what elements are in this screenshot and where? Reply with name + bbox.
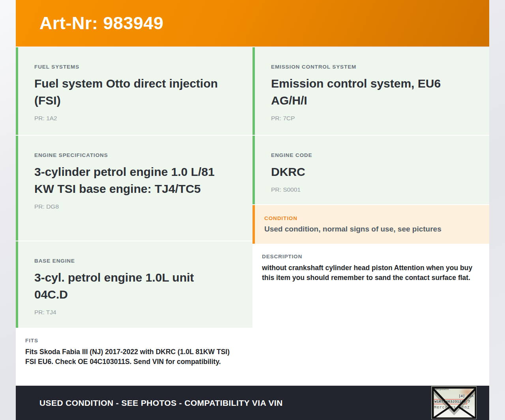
card-fits: FITS Fits Skoda Fabia III (NJ) 2017-2022… — [16, 329, 252, 386]
pr-code: PR: S0001 — [271, 186, 473, 193]
left-column: FUEL SYSTEMS Fuel system Otto direct inj… — [16, 47, 252, 386]
pr-code: PR: 1A2 — [34, 115, 237, 122]
card-label: FUEL SYSTEMS — [34, 64, 237, 70]
card-label: ENGINE CODE — [271, 152, 473, 158]
pr-code: PR: TJ4 — [34, 309, 237, 316]
envelope-icon — [432, 386, 477, 419]
header-banner: Art-Nr: 983949 — [16, 0, 489, 47]
vin-document-image: Fahrgestellnr. |4| AiA W1K71463J31298 7 … — [431, 386, 477, 419]
card-label: BASE ENGINE — [34, 258, 237, 264]
pr-code: PR: 7CP — [271, 115, 473, 122]
fits-text: Fits Skoda Fabia III (NJ) 2017-2022 with… — [25, 347, 237, 366]
pr-code: PR: DG8 — [34, 203, 237, 210]
card-label: ENGINE SPECIFICATIONS — [34, 152, 237, 158]
description-text: without crankshaft cylinder head piston … — [262, 263, 473, 282]
footer-banner: USED CONDITION - SEE PHOTOS - COMPATIBIL… — [16, 386, 489, 420]
right-column: EMISSION CONTROL SYSTEM Emission control… — [252, 47, 489, 386]
card-engine-code: ENGINE CODE DKRC PR: S0001 — [252, 136, 489, 204]
card-base-engine: BASE ENGINE 3-cyl. petrol engine 1.0L un… — [16, 241, 252, 328]
card-label: EMISSION CONTROL SYSTEM — [271, 64, 473, 70]
card-title: 3-cylinder petrol engine 1.0 L/81 KW TSI… — [34, 163, 226, 197]
card-engine-specifications: ENGINE SPECIFICATIONS 3-cylinder petrol … — [16, 136, 252, 241]
card-title: DKRC — [271, 163, 462, 180]
card-label: DESCRIPTION — [262, 254, 473, 259]
card-title: Emission control system, EU6 AG/H/I — [271, 75, 445, 109]
page-title: Art-Nr: 983949 — [39, 13, 164, 34]
card-emission-control: EMISSION CONTROL SYSTEM Emission control… — [252, 47, 489, 135]
card-fuel-systems: FUEL SYSTEMS Fuel system Otto direct inj… — [16, 47, 252, 135]
card-label: FITS — [25, 338, 237, 343]
card-title: Fuel system Otto direct injection (FSI) — [34, 75, 226, 109]
card-condition: CONDITION Used condition, normal signs o… — [252, 205, 489, 244]
card-title: 3-cyl. petrol engine 1.0L unit 04C.D — [34, 269, 226, 303]
spec-card-grid: FUEL SYSTEMS Fuel system Otto direct inj… — [16, 47, 489, 386]
card-description: DESCRIPTION without crankshaft cylinder … — [252, 245, 489, 386]
footer-text: USED CONDITION - SEE PHOTOS - COMPATIBIL… — [39, 398, 283, 408]
card-label: CONDITION — [264, 215, 473, 221]
condition-text: Used condition, normal signs of use, see… — [264, 225, 473, 233]
listing-page: Art-Nr: 983949 FUEL SYSTEMS Fuel system … — [16, 0, 489, 386]
